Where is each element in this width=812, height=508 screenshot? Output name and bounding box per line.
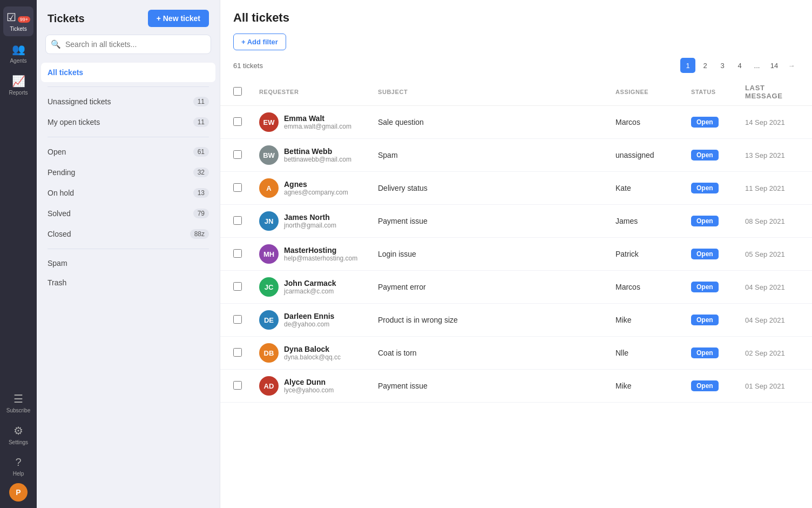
nav-item-open[interactable]: Open 61 [41, 142, 215, 162]
row-checkbox-2[interactable] [233, 150, 242, 159]
sidebar-item-reports[interactable]: 📈 Reports [3, 70, 33, 100]
nav-item-solved[interactable]: Solved 79 [41, 203, 215, 224]
status-badge: Open [691, 249, 719, 259]
avatar: BW [259, 145, 279, 165]
page-button-2[interactable]: 2 [698, 58, 713, 73]
row-checkbox-3[interactable] [233, 183, 242, 192]
requester-email: bettinawebb@mail.com [284, 156, 351, 163]
new-ticket-button[interactable]: + New ticket [148, 10, 209, 27]
search-input[interactable] [45, 35, 211, 54]
row-checkbox-6[interactable] [233, 282, 242, 291]
ticket-subject[interactable]: Product is in wrong size [369, 304, 607, 337]
last-message-date: 01 Sep 2021 [736, 370, 812, 403]
main-header: All tickets + Add filter [220, 0, 812, 58]
last-message-date: 05 Sep 2021 [736, 238, 812, 271]
page-title: All tickets [233, 11, 799, 25]
row-checkbox-9[interactable] [233, 381, 242, 390]
table-row: A Agnes agnes@company.com Delivery statu… [220, 172, 812, 205]
nav-item-all-tickets[interactable]: All tickets [41, 63, 215, 82]
ticket-subject[interactable]: Payment error [369, 271, 607, 304]
row-checkbox-7[interactable] [233, 315, 242, 324]
ticket-assignee: Marcos [607, 106, 682, 139]
requester-name[interactable]: Agnes [284, 180, 348, 189]
requester-email: help@masterhosting.com [284, 255, 357, 262]
status-badge: Open [691, 183, 719, 193]
col-header-status: STATUS [682, 78, 736, 106]
ticket-subject[interactable]: Delivery status [369, 172, 607, 205]
table-row: BW Bettina Webb bettinawebb@mail.com Spa… [220, 139, 812, 172]
requester-email: de@yahoo.com [284, 320, 334, 328]
user-avatar[interactable]: P [9, 483, 28, 502]
row-checkbox-5[interactable] [233, 249, 242, 258]
select-all-checkbox[interactable] [233, 87, 242, 96]
ticket-subject[interactable]: Coat is torn [369, 337, 607, 370]
col-header-last-message: LAST MESSAGE [736, 78, 812, 106]
ticket-subject[interactable]: Payment issue [369, 370, 607, 403]
search-box: 🔍 [45, 35, 211, 54]
nav-item-unassigned[interactable]: Unassigned tickets 11 [41, 91, 215, 112]
requester-name[interactable]: Alyce Dunn [284, 378, 334, 386]
requester-email: dyna.balock@qq.cc [284, 353, 341, 361]
requester-name[interactable]: Emma Walt [284, 114, 351, 123]
status-badge: Open [691, 282, 719, 292]
requester-cell: A Agnes agnes@company.com [259, 178, 361, 198]
requester-name[interactable]: Darleen Ennis [284, 312, 334, 320]
requester-cell: DE Darleen Ennis de@yahoo.com [259, 310, 361, 330]
row-checkbox-8[interactable] [233, 348, 242, 357]
requester-name[interactable]: Bettina Webb [284, 147, 351, 156]
requester-name[interactable]: James North [284, 213, 336, 222]
ticket-subject[interactable]: Spam [369, 139, 607, 172]
ticket-assignee: Mike [607, 304, 682, 337]
ticket-subject[interactable]: Payment issue [369, 205, 607, 238]
requester-name[interactable]: Dyna Balock [284, 345, 341, 353]
nav-item-trash[interactable]: Trash [41, 273, 215, 292]
row-checkbox-4[interactable] [233, 216, 242, 225]
ticket-assignee: Nlle [607, 337, 682, 370]
ticket-assignee: Kate [607, 172, 682, 205]
page-button-1[interactable]: 1 [680, 58, 695, 73]
nav-section-1: Unassigned tickets 11 My open tickets 11 [41, 91, 215, 132]
nav-item-pending[interactable]: Pending 32 [41, 162, 215, 183]
sidebar-header: Tickets + New ticket [37, 0, 220, 35]
requester-cell: JN James North jnorth@gmail.com [259, 211, 361, 231]
nav-item-spam[interactable]: Spam [41, 253, 215, 273]
page-button-3[interactable]: 3 [715, 58, 730, 73]
nav-item-on-hold[interactable]: On hold 13 [41, 183, 215, 203]
agents-icon: 👥 [12, 43, 25, 56]
sidebar-item-help[interactable]: ? Help [3, 452, 33, 481]
sidebar-item-agents[interactable]: 👥 Agents [3, 38, 33, 68]
page-next-button[interactable]: → [784, 58, 799, 73]
col-header-assignee: ASSIGNEE [607, 78, 682, 106]
add-filter-button[interactable]: + Add filter [233, 34, 286, 50]
pagination: 1 2 3 4 ... 14 → [680, 58, 799, 73]
col-header-subject: SUBJECT [369, 78, 607, 106]
avatar: A [259, 178, 279, 198]
row-checkbox-1[interactable] [233, 117, 242, 126]
table-row: JC John Carmack jcarmack@c.com Payment e… [220, 271, 812, 304]
last-message-date: 04 Sep 2021 [736, 271, 812, 304]
nav-section-2: Open 61 Pending 32 On hold 13 Solved 79 … [41, 142, 215, 244]
nav-item-my-open[interactable]: My open tickets 11 [41, 112, 215, 132]
requester-name[interactable]: MasterHosting [284, 246, 357, 255]
status-badge: Open [691, 380, 719, 391]
requester-cell: JC John Carmack jcarmack@c.com [259, 277, 361, 297]
page-button-4[interactable]: 4 [732, 58, 747, 73]
table-row: MH MasterHosting help@masterhosting.com … [220, 238, 812, 271]
page-button-14[interactable]: 14 [767, 58, 782, 73]
ticket-assignee: Marcos [607, 271, 682, 304]
ticket-assignee: Mike [607, 370, 682, 403]
sidebar-item-tickets[interactable]: ☑ 99+ Tickets [3, 6, 33, 36]
status-badge: Open [691, 150, 719, 161]
sidebar-item-subscribe[interactable]: ☰ Subscribe [3, 388, 33, 418]
table-row: DB Dyna Balock dyna.balock@qq.cc Coat is… [220, 337, 812, 370]
sidebar-item-settings[interactable]: ⚙ Settings [3, 420, 33, 450]
search-icon: 🔍 [51, 39, 61, 49]
nav-item-closed[interactable]: Closed 88z [41, 224, 215, 244]
ticket-subject[interactable]: Login issue [369, 238, 607, 271]
ticket-subject[interactable]: Sale question [369, 106, 607, 139]
sidebar-title: Tickets [48, 12, 85, 25]
nav-section-3: Spam Trash [41, 253, 215, 292]
table-row: EW Emma Walt emma.walt@gmail.com Sale qu… [220, 106, 812, 139]
status-badge: Open [691, 117, 719, 128]
requester-name[interactable]: John Carmack [284, 279, 336, 288]
